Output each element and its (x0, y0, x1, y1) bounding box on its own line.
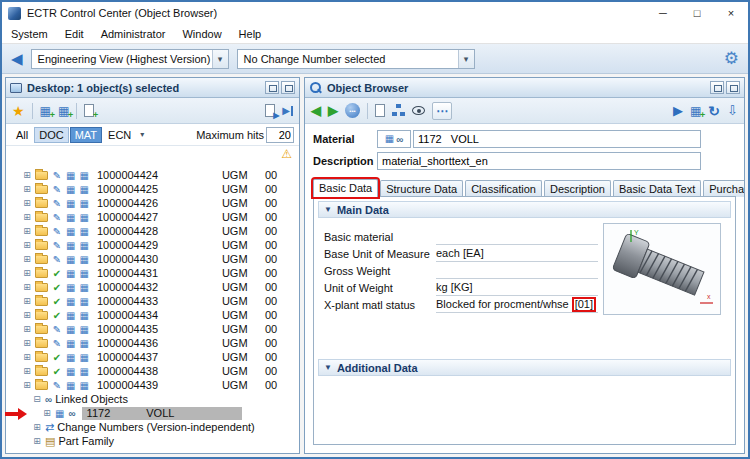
expand-icon[interactable]: ⊞ (22, 380, 32, 390)
table-row[interactable]: ⊞ ▦ ▦ 1000004430 UGM 00 (6, 252, 299, 266)
table-row[interactable]: ⊞ ▦ ▦ 1000004426 UGM 00 (6, 196, 299, 210)
structure-icon[interactable] (392, 104, 405, 117)
export-document-icon[interactable]: ▶ (265, 104, 275, 117)
selected-linked-item[interactable]: 1172 VOLL (82, 407, 242, 420)
table-row[interactable]: ⊞ ▦ ▦ 1000004429 UGM 00 (6, 238, 299, 252)
menu-item[interactable]: Help (239, 28, 262, 40)
status-icon (51, 240, 63, 251)
collapse-icon[interactable]: ⊟ (32, 394, 42, 404)
main-data-section-header[interactable]: ▼ Main Data (318, 201, 731, 218)
engineering-view-select[interactable]: Engineering View (Highest Version) ▾ (31, 49, 229, 69)
linked-item-row[interactable]: ⊞ ▦ ∞ 1172 VOLL (6, 406, 299, 420)
expand-icon[interactable]: ⊞ (42, 408, 52, 418)
related-objects-icon[interactable]: ••• (345, 103, 360, 118)
menu-item[interactable]: Administrator (101, 28, 166, 40)
field-value[interactable] (436, 262, 598, 279)
expand-icon[interactable]: ⊞ (22, 310, 32, 320)
maximize-button[interactable]: □ (680, 2, 714, 24)
expand-icon[interactable]: ⊞ (22, 170, 32, 180)
expand-icon[interactable]: ⊞ (22, 282, 32, 292)
material-input[interactable] (413, 130, 701, 148)
float-panel-button[interactable] (710, 81, 724, 94)
linked-objects-node[interactable]: ⊟ ∞ Linked Objects (6, 392, 299, 406)
field-value[interactable] (436, 228, 598, 245)
menu-item[interactable]: Edit (65, 28, 84, 40)
field-value[interactable]: kg [KG] (436, 279, 598, 296)
table-row[interactable]: ⊞ ▦ ▦ 1000004433 UGM 00 (6, 294, 299, 308)
tab[interactable]: Description (544, 180, 611, 197)
field-value[interactable]: each [EA] (436, 245, 598, 262)
history-back-icon[interactable]: ◀ (311, 104, 321, 117)
add-table-icon[interactable]: ▦+ (58, 105, 69, 117)
table-row[interactable]: ⊞ ▦ ▦ 1000004424 UGM 00 (6, 168, 299, 182)
change-number-select[interactable]: No Change Number selected ▾ (237, 49, 475, 69)
table-row[interactable]: ⊞ ▦ ▦ 1000004427 UGM 00 (6, 210, 299, 224)
menu-item[interactable]: System (11, 28, 48, 40)
table-row[interactable]: ⊞ ▦ ▦ 1000004431 UGM 00 (6, 266, 299, 280)
expand-icon[interactable]: ⊞ (22, 296, 32, 306)
additional-data-section-header[interactable]: ▼ Additional Data (318, 359, 731, 376)
filter-tab[interactable]: All (11, 127, 33, 143)
history-forward-icon[interactable]: ▶ (328, 104, 338, 117)
minimize-button[interactable]: ─ (646, 2, 680, 24)
field-value[interactable]: Blocked for procment/whse [01] (436, 296, 598, 313)
expand-icon[interactable]: ⊞ (22, 338, 32, 348)
favorites-star-icon[interactable]: ★ (12, 104, 25, 118)
chevron-down-icon[interactable]: ▾ (458, 50, 474, 68)
tab[interactable]: Purchase Ord... (703, 180, 745, 197)
float-panel-button[interactable] (265, 81, 279, 94)
table-row[interactable]: ⊞ ▦ ▦ 1000004428 UGM 00 (6, 224, 299, 238)
tab[interactable]: Basic Data Text (613, 180, 701, 197)
new-document-icon[interactable] (375, 104, 385, 117)
close-button[interactable]: × (714, 2, 748, 24)
table-row[interactable]: ⊞ ▦ ▦ 1000004434 UGM 00 (6, 308, 299, 322)
open-in-icon[interactable]: ▶ (673, 104, 683, 117)
expand-icon[interactable]: ⊞ (22, 226, 32, 236)
tab[interactable]: Structure Data (380, 180, 463, 197)
part-family-node[interactable]: ⊞ ▤ Part Family (6, 434, 299, 448)
refresh-icon[interactable]: ↻ (708, 104, 720, 118)
settings-gear-icon[interactable]: ⚙ (724, 50, 739, 67)
filter-tab[interactable]: MAT (70, 127, 102, 143)
maximize-panel-button[interactable] (281, 81, 295, 94)
import-icon[interactable]: ⇩ (727, 104, 738, 117)
tab[interactable]: Basic Data (313, 179, 378, 197)
expand-icon[interactable]: ⊞ (22, 254, 32, 264)
filter-dropdown-icon[interactable]: ▾ (138, 130, 146, 139)
table-row[interactable]: ⊞ ▦ ▦ 1000004439 UGM 00 (6, 378, 299, 392)
expand-icon[interactable]: ⊞ (22, 268, 32, 278)
description-input[interactable] (377, 152, 701, 170)
table-row[interactable]: ⊞ ▦ ▦ 1000004438 UGM 00 (6, 364, 299, 378)
expand-icon[interactable]: ⊞ (22, 324, 32, 334)
max-hits-input[interactable] (266, 127, 294, 143)
add-to-table-icon[interactable]: ▦+ (690, 105, 701, 117)
chevron-down-icon[interactable]: ▾ (212, 50, 228, 68)
eye-icon[interactable] (412, 106, 425, 115)
new-document-icon[interactable]: + (84, 104, 94, 117)
expand-icon[interactable]: ⊞ (22, 240, 32, 250)
tab[interactable]: Classification (465, 180, 542, 197)
expand-icon[interactable]: ⊞ (32, 422, 42, 432)
change-numbers-node[interactable]: ⊞ ⇄ Change Numbers (Version-independent) (6, 420, 299, 434)
table-row[interactable]: ⊞ ▦ ▦ 1000004435 UGM 00 (6, 322, 299, 336)
filter-tab[interactable]: DOC (34, 127, 68, 143)
expand-icon[interactable]: ⊞ (22, 198, 32, 208)
table-row[interactable]: ⊞ ▦ ▦ 1000004436 UGM 00 (6, 336, 299, 350)
expand-icon[interactable]: ⊞ (32, 436, 42, 446)
expand-icon[interactable]: ⊞ (22, 352, 32, 362)
material-link-button[interactable]: ▦ ∞ (377, 130, 411, 148)
menu-item[interactable]: Window (182, 28, 221, 40)
filter-table-icon[interactable]: ▦+ (40, 105, 51, 117)
filter-tab[interactable]: ECN (103, 127, 136, 143)
back-arrow-icon[interactable]: ◀ (11, 51, 23, 66)
table-row[interactable]: ⊞ ▦ ▦ 1000004437 UGM 00 (6, 350, 299, 364)
table-row[interactable]: ⊞ ▦ ▦ 1000004432 UGM 00 (6, 280, 299, 294)
maximize-panel-button[interactable] (726, 81, 740, 94)
overflow-menu-icon[interactable]: ⋯ (432, 102, 452, 120)
expand-icon[interactable]: ⊞ (22, 184, 32, 194)
table-row[interactable]: ⊞ ▦ ▦ 1000004425 UGM 00 (6, 182, 299, 196)
dock-right-icon[interactable]: ▶ (282, 106, 293, 116)
expand-icon[interactable]: ⊞ (22, 366, 32, 376)
expand-icon[interactable]: ⊞ (22, 212, 32, 222)
material-number: 1000004431 (93, 267, 219, 279)
